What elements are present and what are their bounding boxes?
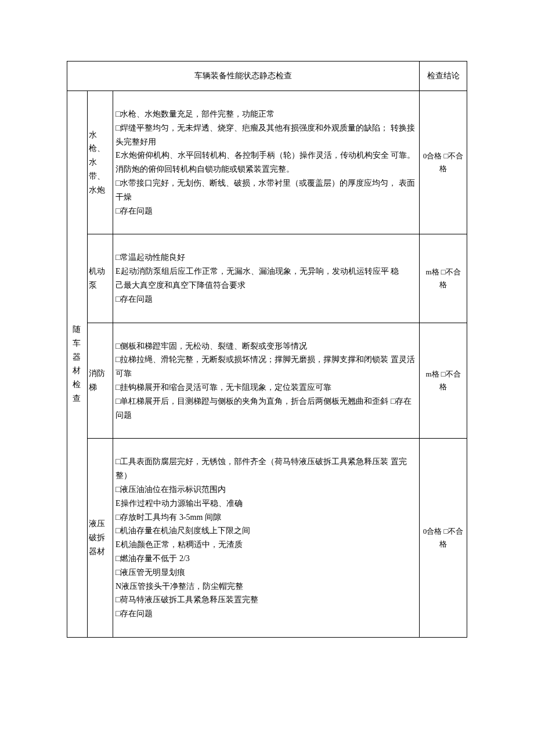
content-cell: □常温起动性能良好E起动消防泵组后应工作正常，无漏水、漏油现象，无异响，发动机运… <box>113 234 420 323</box>
content-cell: □水枪、水炮数量充足，部件完整，功能正常□焊缝平整均匀，无未焊透、烧穿、疤瘤及其… <box>113 91 420 234</box>
conclusion-cell: 0合格 □不合格 <box>420 91 467 234</box>
header-row: 车辆装备性能状态静态检查 检查结论 <box>67 62 467 91</box>
header-main: 车辆装备性能状态静态检查 <box>67 62 420 91</box>
inspection-table: 车辆装备性能状态静态检查 检查结论 随 车 器 材 检 查 水枪、 水带、 水炮… <box>67 61 467 638</box>
content-cell: □工具表面防腐层完好，无锈蚀，部件齐全（荷马特液压破拆工具紧急释压装 置完整）□… <box>113 439 420 638</box>
table-row: 随 车 器 材 检 查 水枪、 水带、 水炮 □水枪、水炮数量充足，部件完整，功… <box>67 91 467 234</box>
category-cell: 随 车 器 材 检 查 <box>67 91 88 638</box>
subcategory-cell: 机动泵 <box>88 234 113 323</box>
table-row: 消防梯 □侧板和梯蹬牢固，无松动、裂缝、断裂或变形等情况□拉梯拉绳、滑轮完整，无… <box>67 323 467 439</box>
subcategory-cell: 液压破拆器材 <box>88 439 113 638</box>
conclusion-cell: 0合格 □不合格 <box>420 439 467 638</box>
table-row: 液压破拆器材 □工具表面防腐层完好，无锈蚀，部件齐全（荷马特液压破拆工具紧急释压… <box>67 439 467 638</box>
conclusion-cell: m格 □不合格 <box>420 323 467 439</box>
table-row: 机动泵 □常温起动性能良好E起动消防泵组后应工作正常，无漏水、漏油现象，无异响，… <box>67 234 467 323</box>
subcategory-cell: 水枪、 水带、 水炮 <box>88 91 113 234</box>
conclusion-cell: m格 □不合格 <box>420 234 467 323</box>
subcategory-cell: 消防梯 <box>88 323 113 439</box>
header-conclusion: 检查结论 <box>420 62 467 91</box>
content-cell: □侧板和梯蹬牢固，无松动、裂缝、断裂或变形等情况□拉梯拉绳、滑轮完整，无断裂或损… <box>113 323 420 439</box>
